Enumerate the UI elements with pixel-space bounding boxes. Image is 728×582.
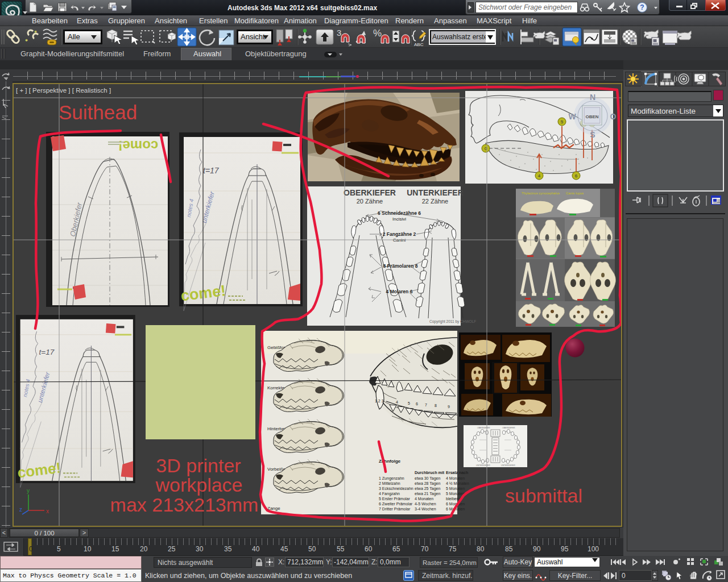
svg-text:4 ½ Monaten: 4 ½ Monaten: [446, 481, 469, 485]
svg-text:x: x: [46, 508, 49, 514]
svg-text:Auswahlsatz erstelle: Auswahlsatz erstelle: [432, 33, 495, 41]
svg-text:4: 4: [538, 173, 541, 178]
svg-text:UNTERKIEFER: UNTERKIEFER: [501, 464, 515, 467]
svg-text:6 Zweiter Prämolar: 6 Zweiter Prämolar: [379, 502, 413, 506]
svg-text:UNTERKIEFER: UNTERKIEFER: [407, 188, 464, 197]
svg-text:O: O: [610, 112, 617, 121]
svg-text:bleibend: bleibend: [446, 497, 461, 501]
svg-text:OBERKIEFER: OBERKIEFER: [502, 427, 515, 429]
svg-text:6 Monaten: 6 Monaten: [446, 502, 465, 506]
svg-text:S: S: [590, 130, 595, 139]
svg-text:3: 3: [337, 28, 341, 38]
svg-text:5 Erster Prämolar: 5 Erster Prämolar: [379, 497, 411, 501]
svg-text:Copyright 2011 by CHWOLF: Copyright 2011 by CHWOLF: [429, 319, 476, 324]
svg-text:1 2 3: 1 2 3: [375, 399, 384, 403]
svg-text:y: y: [27, 488, 30, 494]
svg-text:1 Zungenzahn: 1 Zungenzahn: [379, 476, 404, 481]
svg-text:N: N: [590, 93, 595, 102]
svg-text:etwa 30 Tagen: etwa 30 Tagen: [415, 476, 441, 481]
svg-text:Ersatz nach: Ersatz nach: [446, 471, 468, 475]
svg-text:Suithead: Suithead: [59, 101, 137, 123]
svg-text:6: 6: [575, 173, 578, 178]
svg-text:Canis lupus: Canis lupus: [566, 192, 584, 195]
svg-text:2 Fangzähne 2: 2 Fangzähne 2: [383, 231, 416, 237]
svg-text:9: 9: [448, 405, 450, 409]
svg-text:OBERKIEFER: OBERKIEFER: [477, 427, 490, 429]
svg-text:4 Monaten: 4 Monaten: [446, 476, 465, 480]
svg-text:OBEN: OBEN: [585, 114, 598, 119]
svg-text:Thylacinus cynocephalus: Thylacinus cynocephalus: [522, 192, 560, 195]
svg-text:ABC: ABC: [414, 42, 424, 47]
svg-text:etwa 25 Tagen: etwa 25 Tagen: [415, 487, 441, 491]
svg-text:etwa 28 Tagen: etwa 28 Tagen: [415, 481, 441, 486]
svg-text:workplace: workplace: [155, 474, 242, 496]
svg-text:Alle: Alle: [68, 32, 80, 41]
svg-text:[ + ] [ Perspektive ] [ Realis: [ + ] [ Perspektive ] [ Realistisch ]: [16, 87, 111, 94]
svg-text:Incisivi: Incisivi: [392, 217, 406, 222]
svg-text:UNTERKIEFER: UNTERKIEFER: [476, 464, 490, 467]
svg-text:OBERKIEFER: OBERKIEFER: [344, 188, 396, 197]
svg-text:4 Molaren 6: 4 Molaren 6: [386, 289, 413, 294]
svg-text:W: W: [568, 112, 576, 121]
svg-text:4-5 Wochen: 4-5 Wochen: [415, 502, 436, 506]
svg-text:3 Eckschneidezahn: 3 Eckschneidezahn: [379, 487, 413, 490]
svg-text:submittal: submittal: [505, 485, 582, 506]
svg-text:z: z: [19, 506, 22, 513]
svg-text:5: 5: [408, 401, 410, 405]
svg-text:%: %: [373, 28, 382, 39]
svg-text:4 Monaten: 4 Monaten: [415, 497, 433, 501]
svg-text:5: 5: [561, 119, 564, 124]
svg-text:3-4 Wochen: 3-4 Wochen: [415, 507, 436, 511]
svg-text:4: 4: [396, 400, 398, 404]
svg-text:2 Mittelzahn: 2 Mittelzahn: [379, 481, 400, 485]
svg-text:✱: ✱: [34, 30, 37, 34]
svg-text:8: 8: [435, 404, 437, 408]
svg-text:7 Dritter Prämolar: 7 Dritter Prämolar: [379, 507, 411, 511]
svg-text:4 Fangzahn: 4 Fangzahn: [379, 492, 400, 496]
svg-text:6 Schneidezähne 6: 6 Schneidezähne 6: [378, 210, 421, 216]
svg-text:✱: ✱: [25, 39, 28, 42]
svg-text:max 213x213mm: max 213x213mm: [110, 494, 259, 516]
svg-text:Ansicht: Ansicht: [241, 32, 265, 41]
svg-text:etwa 21 Tagen: etwa 21 Tagen: [415, 492, 441, 496]
svg-text:t=17: t=17: [203, 166, 220, 175]
svg-text:5 Monaten: 5 Monaten: [446, 487, 465, 490]
svg-text:3D printer: 3D printer: [156, 455, 241, 476]
svg-text:6: 6: [416, 402, 418, 406]
svg-text:20 Zähne: 20 Zähne: [357, 198, 383, 205]
svg-text:come!: come!: [118, 138, 159, 153]
svg-text:7: 7: [425, 403, 427, 407]
svg-text:5 Monaten: 5 Monaten: [446, 492, 465, 496]
svg-text:22 Zähne: 22 Zähne: [422, 198, 448, 205]
svg-text:Durchbruch mit: Durchbruch mit: [415, 471, 445, 475]
svg-text:?: ?: [640, 3, 644, 11]
